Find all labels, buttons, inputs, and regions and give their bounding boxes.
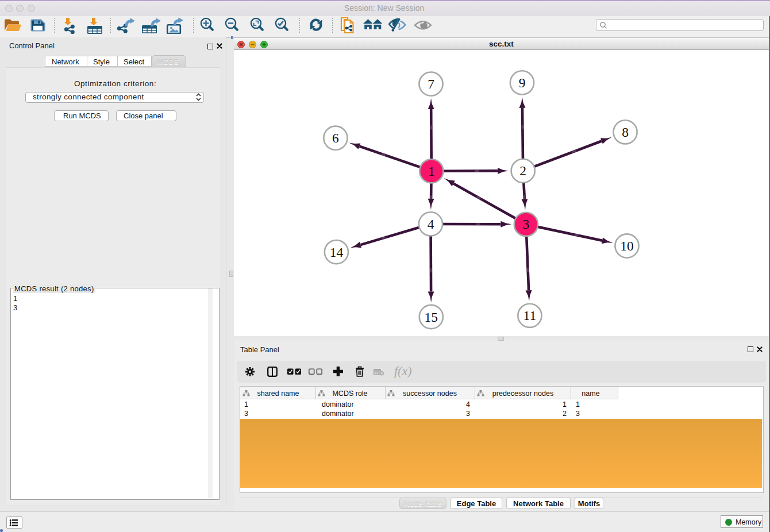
svg-text:11: 11 [523,308,537,323]
svg-text:3: 3 [523,217,530,232]
svg-text:10: 10 [620,238,634,253]
svg-text:6: 6 [332,130,339,145]
svg-text:9: 9 [519,75,526,90]
svg-text:14: 14 [330,245,344,260]
svg-text:15: 15 [425,310,438,325]
svg-text:7: 7 [428,76,434,91]
svg-text:2: 2 [519,163,526,178]
svg-text:1: 1 [428,164,435,179]
svg-text:4: 4 [428,217,434,232]
svg-text:8: 8 [622,125,629,140]
